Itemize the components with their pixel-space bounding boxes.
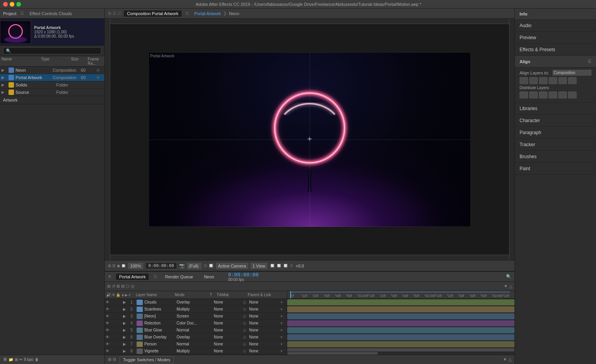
project-row-portal[interactable]: ▶ Portal Artwork Composition 60 ⊞ (0, 74, 104, 81)
timeline-search[interactable]: 🔍 (506, 274, 511, 279)
align-left-btn[interactable] (520, 77, 528, 84)
collapse-5[interactable]: ▶ (122, 327, 127, 334)
zoom-select[interactable]: 100% 50% 200% (128, 263, 143, 269)
collapse-2[interactable]: ▶ (122, 306, 127, 313)
align-hcenter-btn[interactable] (529, 77, 538, 84)
project-search-area[interactable] (0, 46, 104, 56)
timeline-timecode[interactable]: 0:00:00:00 (228, 272, 258, 278)
collapse-3[interactable]: ▶ (122, 313, 127, 320)
layer-row-2[interactable]: 👁 ▶ 2 Scanlines Multiply None ◎ None ▾ (105, 306, 287, 313)
collapse-4[interactable]: ▶ (122, 320, 127, 327)
vis-7[interactable]: 👁 (105, 341, 110, 348)
parent-2[interactable]: None (249, 307, 281, 311)
panel-icon-1[interactable]: 🖹 (3, 357, 7, 362)
project-row-source[interactable]: ▶ Source Folder (0, 89, 104, 96)
collapse-6[interactable]: ▶ (122, 334, 127, 341)
trkmat-5[interactable]: None (214, 328, 243, 332)
right-panel-effects[interactable]: Effects & Presets (515, 44, 596, 56)
trkmat-8[interactable]: None (214, 349, 243, 353)
minimize-button[interactable] (10, 2, 14, 7)
vis-1[interactable]: 👁 (105, 299, 110, 306)
parent-6[interactable]: None (249, 335, 281, 339)
breadcrumb-neon[interactable]: Neon (229, 11, 239, 16)
scrollbar-thumb[interactable] (287, 352, 378, 355)
close-button[interactable] (3, 2, 8, 7)
timeline-menu[interactable]: ☰ (153, 274, 157, 279)
trkmat-1[interactable]: None (214, 300, 243, 304)
right-panel-paint[interactable]: Paint (515, 163, 596, 175)
mode-8[interactable]: Multiply (176, 349, 207, 353)
mode-2[interactable]: Multiply (176, 307, 207, 311)
align-right-btn[interactable] (539, 77, 547, 84)
timeline-scrollbar[interactable] (287, 352, 515, 355)
dist-v-btn[interactable] (549, 91, 557, 98)
align-menu-icon[interactable]: ☰ (587, 59, 591, 64)
mode-4[interactable]: Color Doc... (176, 321, 207, 325)
layer-row-4[interactable]: 👁 ▶ 4 Relection Color Doc... None ◎ None (105, 320, 287, 327)
parent-7[interactable]: None (249, 342, 281, 346)
layer-row-8[interactable]: 👁 ▶ 8 Vignette Multiply None ◎ None ▾ (105, 348, 287, 355)
comp-menu-icon[interactable]: ☰ (185, 11, 189, 16)
vis-5[interactable]: 👁 (105, 327, 110, 334)
breadcrumb-portal[interactable]: Portal Artwork (194, 11, 221, 16)
layer-row-3[interactable]: 👁 ▶ 3 [Neon] Screen None ◎ None ▾ (105, 313, 287, 320)
timeline-tab-neon[interactable]: Neon (201, 274, 217, 280)
parent-8[interactable]: None (249, 349, 281, 353)
right-panel-info[interactable]: Info (515, 9, 596, 20)
dist-h-btn[interactable] (520, 91, 528, 98)
trkmat-4[interactable]: None (214, 321, 243, 325)
viewport[interactable]: Portal Artwork (105, 19, 515, 260)
align-target-select[interactable]: Composition Selection (553, 70, 591, 76)
quality-select[interactable]: (Full) (Half) (187, 263, 201, 269)
trkmat-7[interactable]: None (214, 342, 243, 346)
align-top-btn[interactable] (549, 77, 557, 84)
collapse-8[interactable]: ▶ (122, 348, 127, 355)
vis-3[interactable]: 👁 (105, 313, 110, 320)
maximize-button[interactable] (16, 2, 21, 7)
right-panel-preview[interactable]: Preview (515, 32, 596, 44)
project-row-solids[interactable]: ▶ Solids Folder (0, 81, 104, 89)
vis-2[interactable]: 👁 (105, 306, 110, 313)
dist-hcenter-btn[interactable] (529, 91, 538, 98)
layer-row-5[interactable]: 👁 ▶ 5 Blue Glow Normal None ◎ None ▾ (105, 327, 287, 334)
mode-6[interactable]: Overlay (176, 335, 207, 339)
layer-row-1[interactable]: 👁 ▶ 1 Clouds Overlay None ◎ None ▾ (105, 299, 287, 306)
right-panel-libraries[interactable]: Libraries (515, 103, 596, 115)
vis-8[interactable]: 👁 (105, 348, 110, 355)
timeline-tab-render[interactable]: Render Queue (162, 274, 196, 280)
trkmat-2[interactable]: None (214, 307, 243, 311)
panel-icon-4[interactable]: ✏ (19, 357, 23, 362)
parent-5[interactable]: None (249, 328, 281, 332)
mode-3[interactable]: Screen (176, 314, 207, 318)
trkmat-6[interactable]: None (214, 335, 243, 339)
view-select[interactable]: 1 View (251, 263, 267, 269)
align-bottom-btn[interactable] (568, 77, 577, 84)
comp-tab-portal[interactable]: Composition Portal Artwork (124, 10, 182, 17)
right-panel-audio[interactable]: Audio (515, 20, 596, 32)
camera-select[interactable]: Active Camera (216, 263, 248, 269)
align-vcenter-btn[interactable] (558, 77, 567, 84)
panel-icon-3[interactable]: ⊞ (15, 357, 18, 362)
toggle-switches-btn[interactable]: Toggle Switches / Modes (120, 356, 174, 363)
right-panel-tracker[interactable]: Tracker (515, 139, 596, 151)
mode-7[interactable]: Normal (176, 342, 207, 346)
right-panel-character[interactable]: Character (515, 115, 596, 127)
dist-hright-btn[interactable] (539, 91, 547, 98)
mode-5[interactable]: Normal (176, 328, 207, 332)
panel-icon-2[interactable]: 📁 (9, 357, 13, 362)
parent-1[interactable]: None (249, 300, 281, 304)
project-row-neon[interactable]: ▶ Neon Composition 60 ⊞ (0, 67, 104, 74)
search-icon[interactable]: 🔍 (506, 274, 511, 279)
parent-4[interactable]: None (249, 321, 281, 325)
right-panel-paragraph[interactable]: Paragraph (515, 127, 596, 139)
mode-1[interactable]: Overlay (176, 300, 207, 304)
collapse-7[interactable]: ▶ (122, 341, 127, 348)
timeline-close[interactable]: ✕ (108, 274, 111, 279)
dist-vcenter-btn[interactable] (558, 91, 567, 98)
timeline-bottom-arrows[interactable]: ▼ △ (503, 357, 511, 362)
vis-6[interactable]: 👁 (105, 334, 110, 341)
collapse-1[interactable]: ▶ (122, 299, 127, 306)
trash-icon[interactable]: 🗑 (35, 357, 39, 362)
right-panel-brushes[interactable]: Brushes (515, 151, 596, 163)
timecode-display[interactable]: 0:00:00:00 (146, 262, 177, 269)
